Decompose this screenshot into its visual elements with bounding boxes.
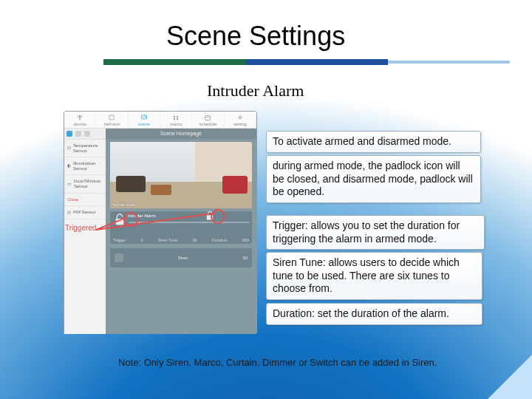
list-item[interactable]: ▭ Door/Window Sensor	[64, 175, 106, 193]
gear-icon	[236, 114, 244, 121]
tab-label: macro	[170, 122, 183, 126]
info-activate: To activate armed and disarmed mode.	[266, 131, 481, 153]
rule-green	[103, 59, 246, 65]
page-fold	[488, 355, 532, 399]
info-siren-tune: Siren Tune: allows users to decide which…	[266, 252, 482, 300]
sidebar-toggle[interactable]	[64, 129, 106, 140]
sidebar-item-label: Temperature Sensor	[73, 143, 103, 153]
callout-circle-2	[211, 209, 225, 224]
triggered-label: Triggered	[65, 224, 96, 232]
sidebar-item-label: Close	[67, 197, 78, 202]
info-trigger: Trigger: allows you to set the duration …	[266, 215, 485, 250]
tab-label: setting	[233, 122, 247, 126]
svg-rect-4	[177, 116, 178, 117]
svg-rect-6	[177, 118, 178, 120]
alarm-label: Trigger	[113, 238, 126, 242]
rule-light	[388, 61, 510, 64]
slide: Philio TECHNOLOGY Scene Settings Intrude…	[0, 0, 532, 399]
svg-point-0	[79, 115, 81, 116]
alarm-v: 900	[242, 238, 249, 242]
tab-label: half-arm	[103, 122, 120, 126]
room-table	[151, 185, 171, 195]
logo: Philio TECHNOLOGY	[15, 13, 66, 43]
list-item[interactable]: ◎ PIR Sensor	[64, 206, 106, 219]
siren-icon	[115, 253, 123, 262]
info-text: during armed mode, the padlock icon will…	[273, 160, 473, 197]
siren-row[interactable]: Siren 30	[110, 248, 252, 267]
alarm-label: Duration	[212, 238, 228, 242]
logo-sub: TECHNOLOGY	[15, 37, 66, 43]
alarm-v: 0	[140, 238, 143, 242]
info-padlock: during armed mode, the padlock icon will…	[266, 155, 481, 203]
room-caption: home room	[113, 202, 249, 207]
room-caption-left: home room	[113, 202, 135, 207]
tab-device[interactable]: device	[64, 112, 96, 128]
sensor-icon: ◴	[67, 146, 71, 151]
subtitle: Intruder Alarm	[207, 81, 304, 100]
alarm-scale: Trigger 0 Siren Tune 30 Duration 900	[113, 238, 249, 242]
alarm-label: Siren Tune	[158, 238, 178, 242]
svg-rect-5	[174, 118, 175, 120]
phone-main: Scene Homepage home room	[106, 129, 256, 334]
footer-note: Note: Only Siren, Marco, Curtain, Dimmer…	[118, 357, 437, 368]
halfarm-icon	[108, 114, 115, 121]
room-image: home room	[110, 142, 252, 208]
list-item[interactable]: Close	[64, 194, 106, 207]
list-item[interactable]: ◴ Temperature Sensor	[64, 140, 106, 157]
list-item[interactable]: ◐ Illumination Sensor	[64, 157, 106, 175]
tab-label: schedule	[199, 122, 216, 126]
tab-macro[interactable]: macro	[160, 112, 192, 128]
svg-rect-3	[174, 116, 175, 117]
main-head: Scene Homepage	[106, 129, 256, 139]
info-text: Siren Tune: allows users to decide which…	[273, 256, 460, 294]
title-underline	[103, 59, 510, 66]
sidebar-toggle-a	[66, 131, 72, 137]
tab-scene[interactable]: scene	[129, 112, 160, 128]
siren-label: Siren	[178, 256, 188, 260]
svg-point-9	[239, 117, 241, 118]
scene-icon	[140, 114, 148, 121]
sidebar-item-label: Door/Window Sensor	[74, 179, 103, 188]
room-sofa-red	[222, 176, 248, 194]
info-text: Duration: set the duration of the alarm.	[273, 307, 449, 319]
sensor-icon: ◐	[67, 163, 71, 168]
macro-icon	[172, 114, 180, 121]
alarm-v: 30	[192, 238, 197, 242]
info-duration: Duration: set the duration of the alarm.	[266, 303, 482, 325]
phone-topbar: device half-arm scene macro schedule set…	[64, 112, 256, 129]
sensor-icon: ▭	[67, 182, 72, 187]
sidebar-item-label: Illumination Sensor	[73, 161, 103, 171]
svg-rect-1	[109, 115, 114, 120]
sidebar-item-label: PIR Sensor	[73, 210, 96, 215]
tab-schedule[interactable]: schedule	[192, 112, 224, 128]
calendar-icon	[204, 114, 211, 121]
room-sofa-dark	[116, 176, 146, 192]
phone-screenshot: device half-arm scene macro schedule set…	[64, 111, 257, 334]
antenna-icon	[76, 114, 83, 121]
page-title: Scene Settings	[166, 21, 345, 52]
info-text: Trigger: allows you to set the duration …	[273, 219, 460, 245]
rule-blue	[246, 59, 389, 65]
tab-setting[interactable]: setting	[225, 112, 256, 128]
pir-icon: ◎	[67, 210, 71, 215]
sidebar-toggle-c	[84, 131, 90, 137]
info-text: To activate armed and disarmed mode.	[273, 135, 451, 147]
tab-label: device	[73, 122, 86, 126]
svg-rect-7	[205, 115, 211, 120]
sidebar-toggle-b	[75, 131, 81, 137]
tab-label: scene	[138, 122, 150, 126]
logo-underline	[15, 34, 66, 36]
siren-value: 30	[242, 256, 248, 260]
logo-text: Philio	[15, 13, 55, 32]
tab-half-arm[interactable]: half-arm	[96, 112, 128, 128]
